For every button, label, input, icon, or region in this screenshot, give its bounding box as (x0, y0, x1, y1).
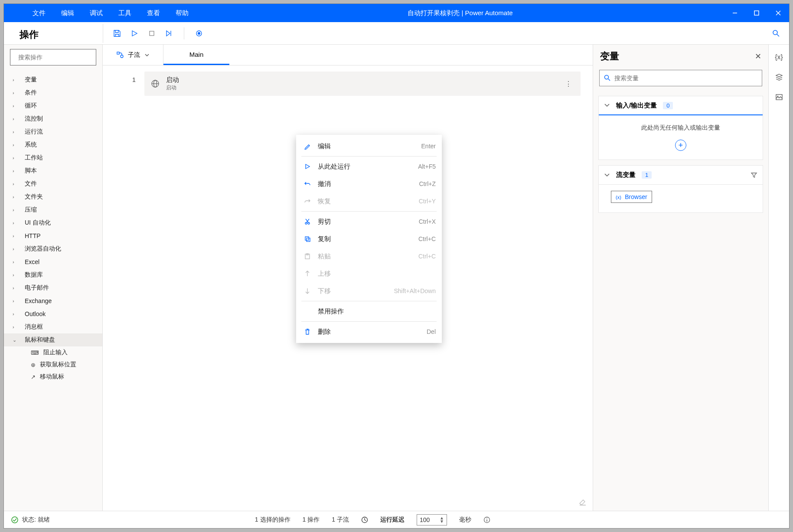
context-menu-item[interactable]: 删除Del (296, 323, 442, 340)
tree-item[interactable]: ›文件 (4, 177, 102, 190)
ctx-shortcut: Ctrl+Y (419, 198, 436, 205)
menu-view[interactable]: 查看 (139, 4, 168, 22)
ctx-label: 粘贴 (318, 252, 418, 261)
maximize-button[interactable] (746, 4, 767, 22)
play-icon (302, 163, 313, 170)
ctx-shortcut: Alt+F5 (418, 163, 436, 170)
tree-item[interactable]: ›脚本 (4, 164, 102, 177)
chevron-icon: › (13, 142, 20, 147)
sub-item-icon: ⊕ (31, 362, 36, 368)
image-icon[interactable] (775, 93, 783, 101)
svg-rect-12 (117, 52, 119, 54)
tree-item[interactable]: ›消息框 (4, 320, 102, 333)
chevron-icon: ⌄ (13, 337, 20, 343)
close-button[interactable] (767, 4, 789, 22)
flow-variables-section: 流变量 1 (x) Browser (598, 165, 763, 213)
variable-chip[interactable]: (x) Browser (611, 191, 652, 203)
ctx-label: 复制 (318, 235, 418, 243)
svg-point-7 (198, 32, 200, 35)
search-button[interactable] (767, 24, 786, 43)
svg-point-23 (605, 75, 609, 79)
subflow-dropdown[interactable]: 子流 (103, 45, 163, 65)
tree-item[interactable]: ›Excel (4, 255, 102, 268)
layers-icon[interactable] (775, 73, 783, 81)
context-menu-item[interactable]: 撤消Ctrl+Z (296, 175, 442, 193)
delay-input[interactable]: 100▲▼ (417, 514, 447, 525)
io-variables-header[interactable]: 输入/输出变量 0 (599, 96, 763, 115)
tree-item[interactable]: ⌄鼠标和键盘 (4, 333, 102, 346)
search-icon (604, 75, 611, 82)
actions-panel-title: 操作 (12, 22, 46, 45)
step-button[interactable] (162, 26, 176, 40)
tree-sub-item[interactable]: ↗移动鼠标 (4, 371, 102, 383)
tree-item[interactable]: ›流控制 (4, 112, 102, 125)
save-button[interactable] (110, 26, 124, 40)
tree-item[interactable]: ›运行流 (4, 125, 102, 138)
context-menu-item[interactable]: 禁用操作 (296, 303, 442, 320)
chevron-down-icon (604, 102, 610, 108)
menu-tools[interactable]: 工具 (111, 4, 139, 22)
actions-search-input[interactable] (18, 54, 94, 61)
actions-panel: ›变量›条件›循环›流控制›运行流›系统›工作站›脚本›文件›文件夹›压缩›UI… (4, 45, 103, 511)
action-card[interactable]: 启动 启动 ⋮ (144, 72, 581, 96)
tree-item[interactable]: ›Outlook (4, 307, 102, 320)
menu-file[interactable]: 文件 (25, 4, 53, 22)
context-menu-item[interactable]: 剪切Ctrl+X (296, 213, 442, 230)
chevron-icon: › (13, 233, 20, 238)
tree-item[interactable]: ›电子邮件 (4, 281, 102, 294)
context-menu-item[interactable]: 复制Ctrl+C (296, 230, 442, 248)
stop-button[interactable] (145, 26, 159, 40)
io-variables-empty-text: 此处尚无任何输入或输出变量 (605, 124, 757, 132)
context-menu-item[interactable]: 从此处运行Alt+F5 (296, 158, 442, 175)
variables-icon[interactable]: {x} (775, 53, 783, 61)
chevron-icon: › (13, 77, 20, 82)
chevron-icon: › (13, 129, 20, 134)
tree-item[interactable]: ›HTTP (4, 229, 102, 242)
clock-icon (361, 516, 368, 523)
menu-edit[interactable]: 编辑 (53, 4, 82, 22)
ctx-shortcut: Ctrl+C (418, 235, 436, 242)
tree-item[interactable]: ›UI 自动化 (4, 216, 102, 229)
tabs-row: 子流 Main (103, 45, 593, 65)
tab-main[interactable]: Main (163, 45, 229, 65)
tree-sub-item[interactable]: ⊕获取鼠标位置 (4, 359, 102, 371)
tree-item[interactable]: ›变量 (4, 73, 102, 86)
ctx-label: 撤消 (318, 180, 419, 188)
filter-icon[interactable] (751, 172, 757, 179)
tree-item[interactable]: ›Exchange (4, 294, 102, 307)
actions-search[interactable] (10, 49, 96, 65)
tree-item[interactable]: ›压缩 (4, 203, 102, 216)
tree-item[interactable]: ›文件夹 (4, 190, 102, 203)
variable-name: Browser (625, 193, 647, 200)
menu-help[interactable]: 帮助 (168, 4, 196, 22)
info-icon[interactable] (483, 516, 490, 523)
svg-rect-20 (307, 238, 310, 242)
add-variable-button[interactable]: + (675, 140, 686, 151)
variables-search[interactable] (599, 70, 762, 86)
menu-debug[interactable]: 调试 (82, 4, 111, 22)
flow-variables-header[interactable]: 流变量 1 (599, 166, 763, 185)
eraser-icon[interactable] (579, 499, 587, 506)
tree-item-label: 压缩 (25, 206, 37, 214)
variables-search-input[interactable] (614, 75, 757, 82)
tree-item[interactable]: ›循环 (4, 99, 102, 112)
tree-item[interactable]: ›浏览器自动化 (4, 242, 102, 255)
tree-item[interactable]: ›数据库 (4, 268, 102, 281)
tree-item-label: 文件 (25, 180, 37, 188)
tree-item-label: 鼠标和键盘 (25, 336, 55, 344)
tree-sub-item[interactable]: ⌨阻止输入 (4, 346, 102, 359)
ctx-label: 上移 (318, 270, 436, 278)
flow-canvas[interactable]: 1 启动 启动 ⋮ 编辑Enter从此处运行Alt+F5撤消Ctrl+Z恢复Ct… (103, 65, 593, 511)
context-menu-item[interactable]: 编辑Enter (296, 137, 442, 155)
minimize-button[interactable] (724, 4, 746, 22)
record-button[interactable] (192, 26, 206, 40)
tree-item[interactable]: ›工作站 (4, 151, 102, 164)
action-more-button[interactable]: ⋮ (562, 80, 574, 88)
tree-item-label: 条件 (25, 89, 37, 97)
run-button[interactable] (127, 26, 141, 40)
tree-item[interactable]: ›条件 (4, 86, 102, 99)
tree-sub-label: 移动鼠标 (40, 373, 64, 381)
tree-item[interactable]: ›系统 (4, 138, 102, 151)
variables-close-button[interactable]: ✕ (755, 52, 761, 61)
chevron-icon: › (13, 220, 20, 225)
